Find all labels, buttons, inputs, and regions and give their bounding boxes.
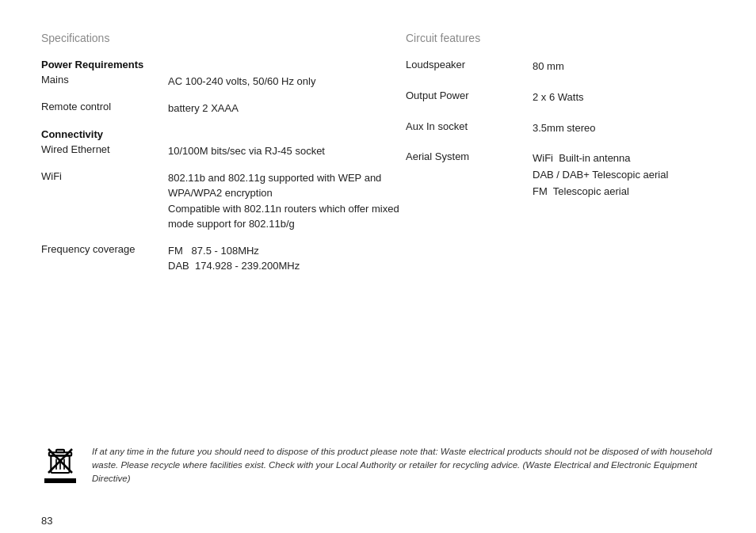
circuit-row-output-power: Output Power 2 x 6 Watts bbox=[406, 89, 754, 106]
spec-row-wired-ethernet: Wired Ethernet 10/100M bits/sec via RJ-4… bbox=[41, 143, 406, 159]
spec-value-wifi: 802.11b and 802.11g supported with WEP a… bbox=[168, 170, 406, 232]
main-content: Specifications Power Requirements Mains … bbox=[41, 32, 715, 287]
power-requirements-group: Power Requirements Mains AC 100-240 volt… bbox=[41, 59, 406, 116]
svg-rect-2 bbox=[56, 449, 64, 451]
connectivity-group: Connectivity Wired Ethernet 10/100M bits… bbox=[41, 128, 406, 274]
specifications-heading: Specifications bbox=[41, 32, 406, 44]
crossed-bin-icon bbox=[44, 445, 76, 477]
black-bar bbox=[44, 478, 76, 483]
spec-value-frequency: FM 87.5 - 108MHzDAB 174.928 - 239.200MHz bbox=[168, 243, 406, 274]
spec-label-wifi: WiFi bbox=[41, 170, 168, 232]
circuit-label-output-power: Output Power bbox=[406, 89, 533, 106]
power-requirements-category: Power Requirements bbox=[41, 59, 406, 70]
circuit-value-aerial: WiFi Built-in antennaDAB / DAB+ Telescop… bbox=[533, 150, 754, 200]
circuit-row-loudspeaker: Loudspeaker 80 mm bbox=[406, 59, 754, 75]
page-container: Specifications Power Requirements Mains … bbox=[0, 0, 756, 517]
spec-row-wifi: WiFi 802.11b and 802.11g supported with … bbox=[41, 170, 406, 232]
page-number: 83 bbox=[41, 515, 52, 527]
circuit-value-output-power: 2 x 6 Watts bbox=[533, 89, 754, 106]
circuit-value-loudspeaker: 80 mm bbox=[533, 59, 754, 75]
circuit-label-aux-in: Aux In socket bbox=[406, 120, 533, 137]
footer-section: If at any time in the future you should … bbox=[41, 445, 715, 486]
spec-label-remote-control: Remote control bbox=[41, 101, 168, 116]
spec-row-frequency: Frequency coverage FM 87.5 - 108MHzDAB 1… bbox=[41, 243, 406, 274]
spec-label-mains: Mains bbox=[41, 74, 168, 89]
circuit-features-heading: Circuit features bbox=[406, 32, 754, 44]
connectivity-category: Connectivity bbox=[41, 128, 406, 140]
spec-label-wired-ethernet: Wired Ethernet bbox=[41, 143, 168, 159]
circuit-row-aux-in: Aux In socket 3.5mm stereo bbox=[406, 120, 754, 137]
circuit-features-column: Circuit features Loudspeaker 80 mm Outpu… bbox=[406, 32, 754, 287]
spec-value-wired-ethernet: 10/100M bits/sec via RJ-45 socket bbox=[168, 143, 406, 159]
waste-electrical-icon bbox=[41, 445, 79, 483]
spec-label-frequency: Frequency coverage bbox=[41, 243, 168, 274]
circuit-label-aerial: Aerial System bbox=[406, 150, 533, 200]
circuit-label-loudspeaker: Loudspeaker bbox=[406, 59, 533, 75]
spec-value-mains: AC 100-240 volts, 50/60 Hz only bbox=[168, 74, 406, 89]
spec-row-remote-control: Remote control battery 2 XAAA bbox=[41, 101, 406, 116]
spec-row-mains: Mains AC 100-240 volts, 50/60 Hz only bbox=[41, 74, 406, 89]
circuit-value-aux-in: 3.5mm stereo bbox=[533, 120, 754, 137]
footer-text: If at any time in the future you should … bbox=[92, 445, 715, 486]
circuit-row-aerial: Aerial System WiFi Built-in antennaDAB /… bbox=[406, 150, 754, 200]
specifications-column: Specifications Power Requirements Mains … bbox=[41, 32, 406, 287]
spec-value-remote-control: battery 2 XAAA bbox=[168, 101, 406, 116]
